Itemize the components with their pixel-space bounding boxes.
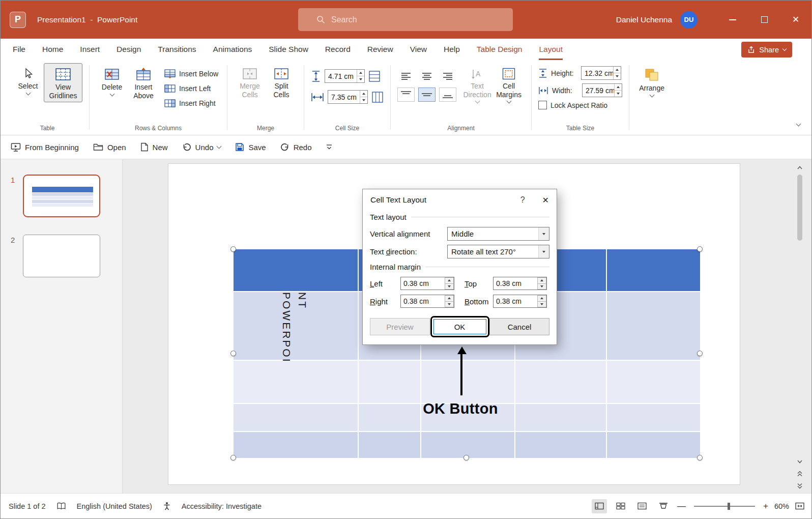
zoom-level[interactable]: 60% — [774, 502, 789, 510]
menu-tab-insert[interactable]: Insert — [80, 39, 100, 60]
cell-margins-button[interactable]: Cell Margins — [493, 63, 525, 105]
insert-above-button[interactable]: Insert Above — [128, 63, 159, 102]
powerpoint-logo-icon[interactable]: P — [10, 12, 26, 28]
column-width-input[interactable] — [328, 91, 360, 103]
menu-tab-file[interactable]: File — [13, 39, 25, 60]
vertical-scrollbar[interactable] — [795, 161, 804, 492]
menu-tab-home[interactable]: Home — [42, 39, 63, 60]
selection-handle[interactable] — [230, 246, 236, 252]
minimize-button[interactable] — [717, 1, 748, 39]
align-center-button[interactable] — [418, 69, 436, 83]
dialog-help-button[interactable]: ? — [520, 195, 525, 205]
dropdown-arrow-icon[interactable] — [538, 245, 549, 258]
slide-1-thumbnail[interactable] — [23, 175, 100, 217]
table-width-spinner[interactable] — [614, 84, 622, 97]
user-name[interactable]: Daniel Uchenna — [616, 15, 672, 24]
table-height-spinner[interactable] — [613, 67, 621, 79]
avatar[interactable]: DU — [680, 11, 698, 28]
zoom-slider[interactable] — [694, 506, 755, 507]
align-left-button[interactable] — [397, 69, 415, 83]
menu-tab-design[interactable]: Design — [117, 39, 141, 60]
reading-view-button[interactable] — [634, 499, 650, 513]
dropdown-arrow-icon[interactable] — [538, 227, 549, 240]
table-row[interactable] — [234, 360, 700, 403]
scroll-down-button[interactable] — [795, 455, 804, 468]
fit-to-window-icon[interactable] — [795, 502, 804, 510]
selection-handle[interactable] — [697, 455, 703, 460]
proofing-icon[interactable] — [56, 502, 66, 510]
slide-thumbnail-1[interactable]: 1 — [1, 175, 122, 217]
top-margin-input[interactable] — [494, 277, 537, 290]
right-margin-input[interactable] — [401, 295, 445, 307]
preview-button[interactable]: Preview — [370, 318, 430, 335]
bottom-margin-spinner[interactable] — [537, 295, 546, 307]
save-button[interactable]: Save — [235, 142, 266, 152]
slide-2-thumbnail[interactable] — [23, 235, 100, 277]
view-gridlines-button[interactable]: View Gridlines — [44, 63, 82, 102]
select-button[interactable]: Select — [12, 63, 44, 97]
menu-tab-record[interactable]: Record — [325, 39, 351, 60]
vertical-alignment-dropdown[interactable]: Middle — [447, 227, 549, 241]
undo-button[interactable]: Undo — [182, 143, 221, 152]
menu-tab-help[interactable]: Help — [444, 39, 460, 60]
center-vertically-button[interactable] — [418, 88, 436, 102]
left-margin-input[interactable] — [401, 277, 445, 290]
zoom-in-button[interactable]: + — [763, 501, 768, 511]
row-height-input[interactable] — [325, 70, 357, 82]
menu-tab-table-design[interactable]: Table Design — [477, 39, 523, 60]
next-slide-button[interactable] — [795, 480, 804, 492]
distribute-rows-icon[interactable] — [368, 70, 381, 82]
align-bottom-button[interactable] — [439, 88, 456, 102]
align-right-button[interactable] — [439, 69, 456, 83]
merge-cells-button[interactable]: Merge Cells — [234, 63, 266, 101]
dialog-titlebar[interactable]: Cell Text Layout ? ✕ — [363, 189, 557, 211]
column-width-spinner[interactable] — [360, 91, 367, 103]
arrange-button[interactable]: Arrange — [636, 63, 668, 99]
lock-aspect-ratio-checkbox[interactable] — [538, 101, 547, 109]
selection-handle[interactable] — [230, 455, 236, 460]
slideshow-button[interactable] — [656, 499, 671, 513]
distribute-columns-icon[interactable] — [371, 91, 384, 103]
menu-tab-view[interactable]: View — [410, 39, 427, 60]
normal-view-button[interactable] — [592, 499, 607, 513]
menu-tab-review[interactable]: Review — [367, 39, 393, 60]
insert-left-button[interactable]: Insert Left — [162, 83, 220, 94]
share-button[interactable]: Share — [741, 42, 792, 57]
accessibility-status[interactable]: Accessibility: Investigate — [182, 502, 262, 510]
language-indicator[interactable]: English (United States) — [77, 502, 152, 510]
zoom-slider-thumb[interactable] — [728, 503, 730, 510]
align-top-button[interactable] — [397, 88, 415, 102]
customize-toolbar-button[interactable] — [326, 144, 332, 150]
text-direction-dropdown[interactable]: Rotate all text 270° — [447, 245, 549, 258]
slide-indicator[interactable]: Slide 1 of 2 — [9, 502, 46, 510]
open-button[interactable]: Open — [93, 143, 126, 152]
close-button[interactable]: ✕ — [780, 1, 811, 39]
search-box[interactable]: Search — [298, 8, 513, 31]
scroll-up-button[interactable] — [795, 161, 804, 174]
redo-button[interactable]: Redo — [280, 143, 312, 152]
table-height-input[interactable] — [582, 67, 613, 79]
maximize-button[interactable] — [748, 1, 780, 39]
insert-below-button[interactable]: Insert Below — [162, 68, 220, 79]
slide-thumbnail-2[interactable]: 2 — [1, 235, 122, 277]
menu-tab-slide-show[interactable]: Slide Show — [269, 39, 308, 60]
slide-sorter-button[interactable] — [613, 499, 628, 513]
table-width-input[interactable] — [583, 84, 614, 97]
menu-tab-animations[interactable]: Animations — [213, 39, 252, 60]
menu-tab-layout[interactable]: Layout — [539, 39, 563, 60]
selection-handle[interactable] — [697, 351, 703, 356]
selection-handle[interactable] — [697, 246, 703, 252]
ok-button[interactable]: OK — [433, 319, 486, 334]
from-beginning-button[interactable]: From Beginning — [11, 142, 79, 152]
insert-right-button[interactable]: Insert Right — [162, 98, 220, 109]
top-margin-spinner[interactable] — [537, 277, 546, 290]
left-margin-spinner[interactable] — [445, 277, 454, 290]
cancel-button[interactable]: Cancel — [489, 318, 549, 335]
delete-button[interactable]: Delete — [96, 63, 128, 98]
split-cells-button[interactable]: Split Cells — [266, 63, 297, 101]
selection-handle[interactable] — [463, 455, 469, 460]
bottom-margin-input[interactable] — [494, 295, 537, 307]
new-button[interactable]: New — [140, 142, 168, 152]
zoom-out-button[interactable]: — — [677, 501, 686, 511]
selection-handle[interactable] — [230, 351, 236, 356]
